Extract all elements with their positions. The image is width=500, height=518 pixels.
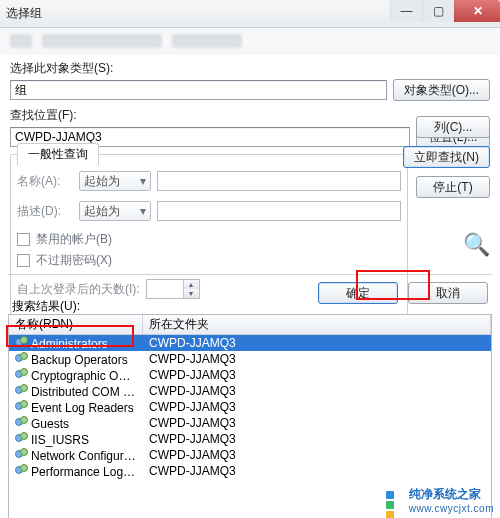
- ok-button[interactable]: 确定: [318, 282, 398, 304]
- blurred-toolbar: [0, 28, 500, 54]
- table-row[interactable]: Performance Log U...CWPD-JJAMQ3: [9, 463, 491, 479]
- watermark-brand: 纯净系统之家: [409, 487, 481, 501]
- row-name: Guests: [31, 417, 69, 431]
- object-type-field: 组: [10, 80, 387, 100]
- name-filter-label: 名称(A):: [17, 173, 73, 190]
- close-button[interactable]: ✕: [454, 0, 500, 22]
- name-filter-input[interactable]: [157, 171, 401, 191]
- general-query-tab[interactable]: 一般性查询: [17, 143, 99, 166]
- column-header-name[interactable]: 名称(RDN): [9, 315, 143, 334]
- group-icon: [15, 336, 29, 348]
- row-folder: CWPD-JJAMQ3: [149, 464, 236, 478]
- maximize-button[interactable]: ▢: [422, 0, 454, 22]
- columns-button[interactable]: 列(C)...: [416, 116, 490, 138]
- group-icon: [15, 464, 29, 476]
- watermark: 纯净系统之家 www.cwycjxt.com: [385, 484, 494, 514]
- window-title: 选择组: [6, 5, 42, 22]
- watermark-url: www.cwycjxt.com: [409, 503, 494, 514]
- row-name: Backup Operators: [31, 353, 128, 367]
- row-folder: CWPD-JJAMQ3: [149, 384, 236, 398]
- name-filter-combo-value: 起始为: [84, 173, 120, 190]
- minimize-button[interactable]: —: [390, 0, 422, 22]
- search-icon: 🔍: [463, 232, 490, 258]
- desc-filter-combo-value: 起始为: [84, 203, 120, 220]
- non-expiring-password-label: 不过期密码(X): [36, 252, 112, 269]
- object-type-button[interactable]: 对象类型(O)...: [393, 79, 490, 101]
- row-folder: CWPD-JJAMQ3: [149, 416, 236, 430]
- group-icon: [15, 400, 29, 412]
- row-name: Distributed COM U...: [31, 385, 142, 399]
- search-results-label: 搜索结果(U):: [12, 298, 80, 315]
- group-icon: [15, 384, 29, 396]
- non-expiring-password-checkbox[interactable]: [17, 254, 30, 267]
- disabled-accounts-label: 禁用的帐户(B): [36, 231, 112, 248]
- table-row[interactable]: Distributed COM U...CWPD-JJAMQ3: [9, 383, 491, 399]
- chevron-down-icon: ▾: [140, 174, 146, 188]
- name-filter-combo[interactable]: 起始为 ▾: [79, 171, 151, 191]
- desc-filter-label: 描述(D):: [17, 203, 73, 220]
- titlebar: 选择组 — ▢ ✕: [0, 0, 500, 28]
- find-now-button[interactable]: 立即查找(N): [403, 146, 490, 168]
- separator: [8, 274, 492, 275]
- table-row[interactable]: AdministratorsCWPD-JJAMQ3: [9, 335, 491, 351]
- stop-button[interactable]: 停止(T): [416, 176, 490, 198]
- table-row[interactable]: IIS_IUSRSCWPD-JJAMQ3: [9, 431, 491, 447]
- row-name: Event Log Readers: [31, 401, 134, 415]
- group-icon: [15, 448, 29, 460]
- table-row[interactable]: Network Configura...CWPD-JJAMQ3: [9, 447, 491, 463]
- row-folder: CWPD-JJAMQ3: [149, 432, 236, 446]
- row-name: Cryptographic Ope...: [31, 369, 142, 383]
- desc-filter-combo[interactable]: 起始为 ▾: [79, 201, 151, 221]
- column-header-folder[interactable]: 所在文件夹: [143, 315, 491, 334]
- row-folder: CWPD-JJAMQ3: [149, 352, 236, 366]
- group-icon: [15, 432, 29, 444]
- table-row[interactable]: Cryptographic Ope...CWPD-JJAMQ3: [9, 367, 491, 383]
- row-folder: CWPD-JJAMQ3: [149, 368, 236, 382]
- disabled-accounts-checkbox[interactable]: [17, 233, 30, 246]
- chevron-down-icon: ▾: [140, 204, 146, 218]
- list-header: 名称(RDN) 所在文件夹: [9, 315, 491, 335]
- cancel-button[interactable]: 取消: [408, 282, 488, 304]
- window-buttons: — ▢ ✕: [390, 0, 500, 22]
- group-icon: [15, 416, 29, 428]
- group-icon: [15, 352, 29, 364]
- row-folder: CWPD-JJAMQ3: [149, 336, 236, 350]
- row-name: IIS_IUSRS: [31, 433, 89, 447]
- object-type-label: 选择此对象类型(S):: [10, 60, 490, 77]
- row-name: Network Configura...: [31, 449, 140, 463]
- desc-filter-input[interactable]: [157, 201, 401, 221]
- group-icon: [15, 368, 29, 380]
- row-folder: CWPD-JJAMQ3: [149, 448, 236, 462]
- row-name: Performance Log U...: [31, 465, 143, 479]
- table-row[interactable]: Backup OperatorsCWPD-JJAMQ3: [9, 351, 491, 367]
- watermark-logo-icon: [385, 490, 403, 508]
- table-row[interactable]: GuestsCWPD-JJAMQ3: [9, 415, 491, 431]
- row-folder: CWPD-JJAMQ3: [149, 400, 236, 414]
- table-row[interactable]: Event Log ReadersCWPD-JJAMQ3: [9, 399, 491, 415]
- row-name: Administrators: [31, 337, 108, 351]
- side-button-column: 列(C)... 立即查找(N) 停止(T) 🔍: [410, 116, 490, 258]
